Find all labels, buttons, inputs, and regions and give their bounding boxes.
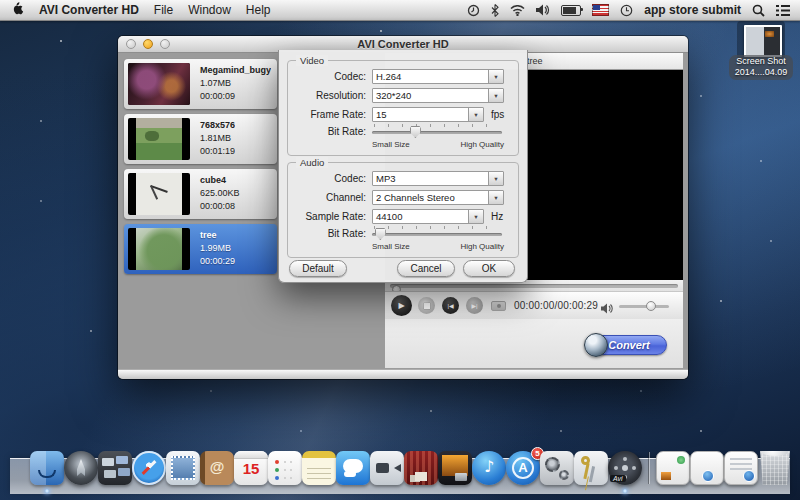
video-thumbnail bbox=[128, 173, 190, 215]
dock-finder-icon[interactable] bbox=[30, 451, 64, 485]
video-bitrate-thumb[interactable] bbox=[410, 126, 421, 138]
dock-applications-stack-icon[interactable] bbox=[690, 451, 724, 485]
dock-documents-stack-icon[interactable] bbox=[656, 451, 690, 485]
hz-unit-label: Hz bbox=[491, 211, 503, 222]
sample-rate-label: Sample Rate: bbox=[288, 211, 372, 222]
audio-codec-label: Codec: bbox=[288, 173, 372, 184]
fps-unit-label: fps bbox=[491, 109, 504, 120]
audio-codec-combo[interactable]: MP3 ▼ bbox=[372, 171, 504, 186]
channel-label: Channel: bbox=[288, 192, 372, 203]
clock-icon[interactable] bbox=[620, 4, 633, 17]
file-list-item[interactable]: 768x576 1.81MB 00:01:19 bbox=[124, 114, 277, 164]
audio-section-label: Audio bbox=[296, 157, 328, 168]
dock-system-preferences-icon[interactable] bbox=[540, 451, 574, 485]
file-list-item[interactable]: Megamind_bugy 1.07MB 00:00:09 bbox=[124, 59, 277, 109]
dock-notes-icon[interactable] bbox=[302, 451, 336, 485]
stop-button[interactable] bbox=[418, 297, 435, 314]
chevron-down-icon[interactable]: ▼ bbox=[468, 210, 483, 223]
chevron-down-icon[interactable]: ▼ bbox=[488, 70, 503, 83]
speaker-icon[interactable] bbox=[601, 300, 614, 318]
small-size-label: Small Size bbox=[372, 242, 410, 251]
dock-app-store-icon[interactable]: 5 bbox=[506, 451, 540, 485]
video-thumbnail bbox=[128, 118, 190, 160]
dock-keychain-icon[interactable] bbox=[574, 451, 608, 485]
menu-bar: AVI Converter HD File Window Help app bbox=[0, 0, 800, 21]
frame-rate-label: Frame Rate: bbox=[288, 109, 372, 120]
chevron-down-icon[interactable]: ▼ bbox=[468, 108, 483, 121]
chevron-down-icon[interactable]: ▼ bbox=[488, 89, 503, 102]
menu-window[interactable]: Window bbox=[188, 3, 231, 17]
video-section-label: Video bbox=[296, 55, 328, 66]
default-button[interactable]: Default bbox=[289, 260, 347, 277]
playback-time: 00:00:00/00:00:29 bbox=[514, 300, 598, 311]
high-quality-label: High Quality bbox=[460, 140, 504, 149]
audio-bitrate-label: Bit Rate: bbox=[288, 228, 372, 239]
notification-center-icon[interactable] bbox=[776, 5, 790, 16]
input-language-flag-icon[interactable] bbox=[592, 4, 609, 16]
ok-button[interactable]: OK bbox=[463, 260, 515, 277]
apple-menu-icon[interactable] bbox=[12, 2, 24, 19]
desktop: AVI Converter HD File Window Help app bbox=[0, 0, 800, 500]
sample-rate-combo[interactable]: 44100 ▼ bbox=[372, 209, 484, 224]
dock-mail-icon[interactable] bbox=[166, 451, 200, 485]
convert-button[interactable]: Convert bbox=[591, 335, 667, 355]
dock-avi-converter-icon[interactable]: Avi bbox=[608, 451, 642, 485]
video-thumbnail bbox=[128, 63, 190, 105]
menu-help[interactable]: Help bbox=[246, 3, 271, 17]
volume-knob[interactable] bbox=[646, 301, 656, 311]
dock-contacts-icon[interactable] bbox=[200, 451, 234, 485]
spotlight-search-icon[interactable] bbox=[752, 4, 765, 17]
dock-mission-control-icon[interactable] bbox=[98, 451, 132, 485]
dock-trash-icon[interactable] bbox=[758, 451, 792, 485]
file-list-item-selected[interactable]: tree 1.99MB 00:00:29 bbox=[124, 224, 277, 274]
next-frame-button[interactable]: ▶| bbox=[466, 297, 483, 314]
frame-rate-combo[interactable]: 15 ▼ bbox=[372, 107, 484, 122]
high-quality-label: High Quality bbox=[460, 242, 504, 251]
seek-track[interactable] bbox=[390, 284, 678, 288]
time-machine-icon[interactable] bbox=[467, 4, 480, 17]
menu-app-name[interactable]: AVI Converter HD bbox=[39, 3, 139, 17]
cancel-button[interactable]: Cancel bbox=[397, 260, 455, 277]
video-bitrate-slider[interactable] bbox=[372, 124, 502, 139]
dock-downloads-stack-icon[interactable] bbox=[724, 451, 758, 485]
window-bottom-bar[interactable] bbox=[118, 369, 688, 379]
chevron-down-icon[interactable]: ▼ bbox=[488, 172, 503, 185]
menu-file[interactable]: File bbox=[154, 3, 173, 17]
settings-sheet: Video Codec: H.264 ▼ Resolution: 320*240… bbox=[278, 50, 528, 283]
dock-separator bbox=[648, 452, 649, 484]
video-codec-combo[interactable]: H.264 ▼ bbox=[372, 69, 504, 84]
dock-reminders-icon[interactable] bbox=[268, 451, 302, 485]
bluetooth-icon[interactable] bbox=[491, 4, 499, 17]
volume-icon[interactable] bbox=[536, 4, 550, 16]
previous-frame-button[interactable]: |◀ bbox=[442, 297, 459, 314]
snapshot-camera-button[interactable] bbox=[491, 301, 506, 311]
channel-combo[interactable]: 2 Channels Stereo ▼ bbox=[372, 190, 504, 205]
dock-launchpad-icon[interactable] bbox=[64, 451, 98, 485]
video-codec-label: Codec: bbox=[288, 71, 372, 82]
battery-icon[interactable] bbox=[561, 5, 581, 16]
player-controls: ▶ |◀ ▶| 00:00:00/00:00:29 bbox=[385, 291, 683, 319]
dock-calendar-icon[interactable]: 15 bbox=[234, 451, 268, 485]
audio-bitrate-thumb[interactable] bbox=[375, 228, 386, 240]
dock-messages-icon[interactable] bbox=[336, 451, 370, 485]
chevron-down-icon[interactable]: ▼ bbox=[488, 191, 503, 204]
file-list-item[interactable]: cube4 625.00KB 00:00:08 bbox=[124, 169, 277, 219]
screenshot-file-icon[interactable] bbox=[744, 25, 782, 57]
menu-status-text[interactable]: app store submit bbox=[644, 3, 741, 17]
dock-facetime-icon[interactable] bbox=[370, 451, 404, 485]
audio-bitrate-slider[interactable] bbox=[372, 226, 502, 241]
video-settings-group: Video Codec: H.264 ▼ Resolution: 320*240… bbox=[287, 60, 519, 156]
dock-iphoto-icon[interactable] bbox=[438, 451, 472, 485]
resolution-combo[interactable]: 320*240 ▼ bbox=[372, 88, 504, 103]
dock-photo-booth-icon[interactable] bbox=[404, 451, 438, 485]
wifi-icon[interactable] bbox=[510, 5, 525, 16]
dock-itunes-icon[interactable] bbox=[472, 451, 506, 485]
resolution-label: Resolution: bbox=[288, 90, 372, 101]
dock-safari-icon[interactable] bbox=[132, 451, 166, 485]
convert-globe-icon bbox=[584, 333, 608, 357]
small-size-label: Small Size bbox=[372, 140, 410, 149]
play-button[interactable]: ▶ bbox=[391, 295, 412, 316]
volume-slider[interactable] bbox=[619, 305, 669, 308]
video-thumbnail bbox=[128, 228, 190, 270]
screenshot-file-label[interactable]: Screen Shot 2014....04.09 bbox=[729, 55, 793, 80]
